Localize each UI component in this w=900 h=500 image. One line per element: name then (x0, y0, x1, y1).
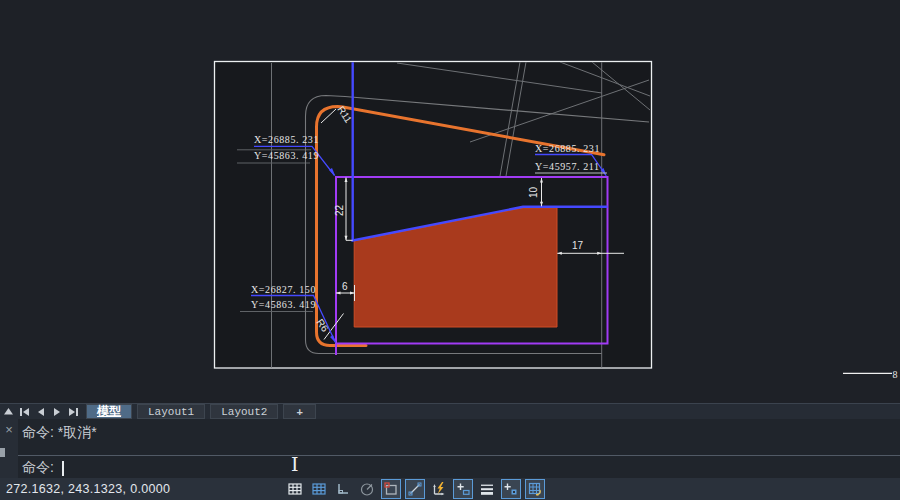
quick-properties-icon[interactable] (501, 479, 521, 499)
tab-add[interactable]: + (283, 404, 315, 419)
close-icon[interactable]: × (2, 423, 16, 437)
tab-layout1[interactable]: Layout1 (137, 404, 205, 419)
object-snap-icon[interactable] (381, 479, 401, 499)
polar-tracking-icon[interactable] (357, 479, 377, 499)
previous-tab-icon[interactable] (34, 406, 47, 418)
external-dim-text[interactable]: 8 (893, 369, 899, 380)
coord-label-tr-x[interactable]: X=26885. 231 (535, 143, 600, 154)
annotation-monitor-icon[interactable] (525, 479, 545, 499)
next-tab-icon[interactable] (50, 406, 63, 418)
menu-up-icon[interactable] (2, 406, 15, 418)
command-input[interactable]: 命令: (22, 459, 64, 477)
coord-label-bl-x[interactable]: X=26827. 150 (251, 284, 316, 295)
object-snap-tracking-icon[interactable] (405, 479, 425, 499)
ibeam-cursor: I (291, 453, 299, 475)
status-toggle-group (285, 478, 545, 500)
ortho-mode-icon[interactable] (333, 479, 353, 499)
tab-nav-group (0, 404, 81, 419)
grid-display-icon[interactable] (285, 479, 305, 499)
coord-label-tl-y[interactable]: Y=45863. 419 (254, 150, 319, 161)
status-bar: 272.1632, 243.1323, 0.0000 (0, 478, 900, 500)
command-separator (18, 455, 900, 456)
lineweight-icon[interactable] (477, 479, 497, 499)
coord-label-tl-x[interactable]: X=26885. 231 (254, 134, 319, 145)
coord-label-bl-y[interactable]: Y=45863. 419 (251, 299, 316, 310)
first-tab-icon[interactable] (18, 406, 31, 418)
coord-label-tr-y[interactable]: Y=45957. 211 (535, 161, 600, 172)
dim-text-22[interactable]: 22 (334, 204, 345, 216)
command-panel-strip: × (0, 419, 18, 478)
text-caret (62, 461, 64, 476)
tab-model[interactable]: 模型 (86, 404, 132, 419)
command-prompt-label: 命令: (22, 459, 54, 475)
snap-mode-icon[interactable] (309, 479, 329, 499)
last-tab-icon[interactable] (66, 406, 79, 418)
command-history-line: 命令: *取消* (22, 424, 97, 442)
layout-tab-bar: 模型 Layout1 Layout2 + (0, 403, 900, 419)
coordinates-readout: 272.1632, 243.1323, 0.0000 (6, 482, 170, 496)
resize-grip[interactable] (0, 448, 5, 457)
dynamic-input-icon[interactable] (453, 479, 473, 499)
command-panel: × 命令: *取消* 命令: (0, 419, 900, 478)
dynamic-ucs-icon[interactable] (429, 479, 449, 499)
dim-text-10[interactable]: 10 (528, 186, 539, 198)
dim-text-17[interactable]: 17 (572, 240, 584, 251)
tab-layout2[interactable]: Layout2 (210, 404, 278, 419)
dim-text-6[interactable]: 6 (342, 281, 348, 292)
